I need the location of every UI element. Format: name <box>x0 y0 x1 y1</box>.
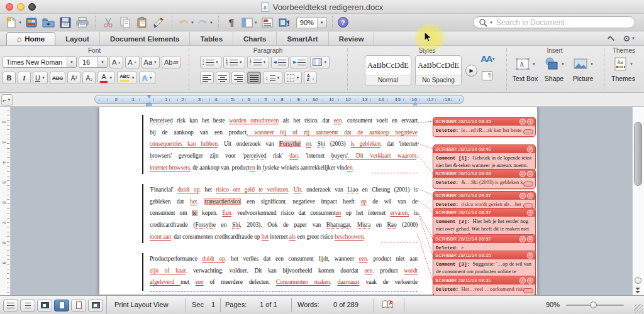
vertical-scrollbar[interactable] <box>632 107 644 295</box>
tab-layout[interactable]: Layout <box>55 32 100 45</box>
tab-tables[interactable]: Tables <box>190 32 233 45</box>
page-view-button[interactable]: ▼ <box>241 15 258 30</box>
print-button[interactable] <box>75 15 90 30</box>
insert-text-box-button[interactable]: A ▼ Text Box <box>511 55 540 82</box>
accept-change-button[interactable]: ✓ <box>519 119 526 125</box>
paste-button[interactable] <box>135 15 150 30</box>
align-center-button[interactable] <box>216 72 230 84</box>
tab-home[interactable]: ⌂Home <box>6 32 55 45</box>
format-painter-button[interactable] <box>152 15 167 30</box>
comment-balloon[interactable]: SCRiBBR 28/11/14 08:58✓×Deleted: &…Shi (… <box>433 169 536 189</box>
spelling-check-button[interactable]: ✗ <box>381 300 394 311</box>
reject-change-button[interactable]: × <box>527 252 533 259</box>
style-card-normal[interactable]: AaBbCcDdE Normal <box>365 55 411 85</box>
reject-change-button[interactable]: × <box>527 146 533 153</box>
zoom-slider-thumb[interactable] <box>590 301 597 308</box>
left-indent-marker[interactable] <box>146 104 152 106</box>
multilevel-list-button[interactable]: 1ai▼ <box>247 56 269 68</box>
zoom-combo[interactable]: 90% ▼ <box>296 17 327 28</box>
grow-font-button[interactable]: A▲ <box>109 56 123 68</box>
change-case-button[interactable]: Aa▼ <box>142 56 160 68</box>
justify-button[interactable] <box>247 72 261 84</box>
accept-change-button[interactable]: ✓ <box>519 236 526 242</box>
comment-balloon[interactable]: SCRiBBR 28/11/14 08:45✓×Deleted: ie…ed r… <box>433 117 536 137</box>
full-screen-button[interactable] <box>88 300 103 311</box>
reject-change-button[interactable]: × <box>527 278 533 284</box>
text-effects-button[interactable]: A▼ <box>139 72 155 84</box>
outline-view-button[interactable] <box>20 300 35 311</box>
bullets-button[interactable]: •••▼ <box>200 56 221 68</box>
shrink-font-button[interactable]: A▼ <box>125 56 139 68</box>
cut-button[interactable] <box>101 15 116 30</box>
select-browse-object-button[interactable] <box>635 277 641 284</box>
change-styles-button[interactable]: AA ▼ <box>480 53 496 64</box>
superscript-button[interactable]: A² <box>67 72 80 84</box>
borders-button[interactable]: ▼ <box>284 72 302 84</box>
show-invisibles-button[interactable]: ¶ <box>224 15 239 30</box>
sort-button[interactable]: AZ↓ <box>304 72 317 84</box>
font-name-combo[interactable]: Times New Roman ▼ <box>3 57 77 68</box>
highlight-button[interactable]: ABC▼ <box>117 72 137 84</box>
comment-balloon[interactable]: SCRiBBR 28/11/14 09:31✓×Deleted: Het…vee… <box>433 276 536 295</box>
search-input[interactable] <box>495 18 630 28</box>
tab-charts[interactable]: Charts <box>233 32 277 45</box>
style-card-no-spacing[interactable]: AaBbCcDdE No Spacing <box>415 55 462 85</box>
publishing-layout-button[interactable] <box>37 300 52 311</box>
font-color-button[interactable]: A▼ <box>97 72 115 84</box>
subscript-button[interactable]: A₂ <box>82 72 96 84</box>
print-layout-button[interactable] <box>54 300 69 311</box>
align-left-button[interactable] <box>200 72 214 84</box>
search-field[interactable]: ▼ <box>473 16 635 28</box>
underline-button[interactable]: U▼ <box>33 72 48 84</box>
insert-shape-button[interactable]: ▼ Shape <box>540 55 569 82</box>
accept-change-button[interactable]: ✓ <box>519 171 526 177</box>
redo-button[interactable]: ▼ <box>196 15 213 30</box>
reject-change-button[interactable]: × <box>527 119 533 125</box>
tab-document-elements[interactable]: Document Elements <box>100 32 191 45</box>
save-button[interactable] <box>58 15 73 30</box>
undo-button[interactable]: ▼ <box>177 15 194 30</box>
new-document-button[interactable]: ▼ <box>5 15 22 30</box>
open-button[interactable] <box>41 15 56 30</box>
draft-view-button[interactable] <box>3 300 18 311</box>
document-map-button[interactable] <box>260 15 275 30</box>
collapse-ribbon-button[interactable] <box>608 36 614 43</box>
line-spacing-button[interactable]: ↕▼ <box>263 72 282 84</box>
right-indent-marker[interactable] <box>413 99 418 106</box>
tab-stop-selector[interactable]: ⌐▼ <box>1 94 13 106</box>
copy-button[interactable] <box>118 15 133 30</box>
balloon-ellipsis-button[interactable]: … <box>523 181 533 187</box>
reject-change-button[interactable]: × <box>527 171 533 177</box>
increase-indent-button[interactable]: ▶ <box>291 56 308 68</box>
notebook-layout-button[interactable] <box>71 300 86 311</box>
clear-formatting-button[interactable]: Ab <box>162 56 180 68</box>
window-resize-grip[interactable] <box>634 304 643 313</box>
accept-change-button[interactable]: ✓ <box>519 193 526 199</box>
accept-change-button[interactable]: ✓ <box>519 278 526 284</box>
font-size-combo[interactable]: 16 ▼ <box>79 57 108 68</box>
vertical-ruler[interactable]: 23456789 <box>0 107 11 295</box>
gallery-button[interactable] <box>24 15 39 30</box>
tab-review[interactable]: Review <box>329 32 375 45</box>
strikethrough-button[interactable]: ABC <box>50 72 65 84</box>
scrollbar-thumb[interactable] <box>634 122 642 186</box>
insert-picture-button[interactable]: ▼ Picture <box>569 55 597 82</box>
reject-change-button[interactable]: × <box>527 210 533 216</box>
balloon-ellipsis-button[interactable]: … <box>523 129 533 134</box>
comment-balloon[interactable]: SCRiBBR 28/11/14 08:49×Comment [1]: Gebr… <box>433 144 536 171</box>
themes-button[interactable]: Aa ▼ Themes <box>609 55 638 82</box>
balloon-ellipsis-button[interactable]: … <box>523 288 533 293</box>
ribbon-gear-button[interactable]: ⚙ ▼ <box>623 34 635 43</box>
bold-button[interactable]: B <box>3 72 16 84</box>
more-styles-button[interactable]: ▶ <box>465 65 477 77</box>
tab-smartart[interactable]: SmartArt <box>277 32 328 45</box>
columns-button[interactable]: ▼ <box>310 56 330 68</box>
numbering-button[interactable]: 123▼ <box>223 56 245 68</box>
manage-styles-button[interactable] <box>482 71 492 80</box>
media-browser-button[interactable] <box>277 15 292 30</box>
italic-button[interactable]: I <box>18 72 31 84</box>
reject-change-button[interactable]: × <box>527 236 533 242</box>
reject-change-button[interactable]: × <box>527 193 533 199</box>
align-right-button[interactable] <box>231 72 245 84</box>
decrease-indent-button[interactable]: ◀ <box>271 56 289 68</box>
